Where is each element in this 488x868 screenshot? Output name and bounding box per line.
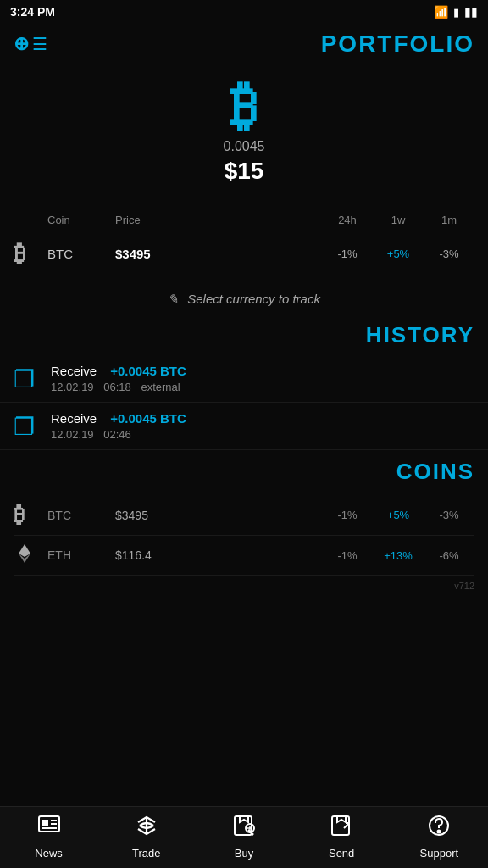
portfolio-usd-value: $15	[14, 158, 474, 185]
coins-btc-1m: -3%	[424, 509, 474, 521]
news-icon	[37, 814, 61, 843]
history-date-2: 12.02.19	[51, 428, 94, 441]
coins-btc-24h: -1%	[322, 509, 373, 521]
coins-btc-1w: +5%	[373, 509, 424, 521]
history-date-1: 12.02.19	[51, 381, 94, 393]
nav-send[interactable]: Send	[308, 814, 375, 860]
status-icons: 📶 ▮ ▮▮	[434, 5, 478, 19]
battery-icon: ▮▮	[464, 5, 478, 19]
send-icon	[330, 814, 353, 843]
header-left: ⊕ ☰	[14, 33, 47, 55]
history-amount-1: +0.0045 BTC	[110, 364, 186, 378]
btc-name: BTC	[47, 247, 115, 261]
history-content-2: Receive +0.0045 BTC 12.02.19 02:46	[51, 411, 186, 441]
nav-trade[interactable]: Trade	[113, 814, 180, 860]
pencil-icon: ✎	[168, 292, 179, 306]
coin-table-header: Coin Price 24h 1w 1m	[14, 210, 474, 230]
col-price-header: Price	[115, 214, 322, 226]
coins-section: COINS ₿ BTC $3495 -1% +5% -3% ETH $116.4…	[0, 450, 488, 579]
history-item-2[interactable]: ❐ Receive +0.0045 BTC 12.02.19 02:46	[0, 403, 488, 450]
buy-icon	[232, 814, 256, 843]
support-icon	[427, 814, 451, 843]
history-time-1: 06:18	[103, 381, 131, 393]
nav-buy[interactable]: Buy	[210, 814, 278, 860]
nav-news[interactable]: News	[15, 814, 83, 860]
version-tag: v712	[0, 579, 488, 593]
btc-24h: -1%	[322, 248, 373, 260]
col-1w-header: 1w	[373, 214, 424, 226]
bottom-nav: News Trade Buy	[0, 806, 488, 868]
coins-eth-icon	[14, 542, 47, 568]
receive-icon-1: ❐	[14, 365, 39, 393]
nav-news-label: News	[35, 847, 63, 860]
btc-1m: -3%	[424, 248, 474, 260]
history-section: HISTORY ❐ Receive +0.0045 BTC 12.02.19 0…	[0, 314, 488, 450]
coins-list: ₿ BTC $3495 -1% +5% -3% ETH $116.4 -1% +…	[0, 492, 488, 579]
sim-icon: ▮	[453, 6, 459, 19]
portfolio-title: PORTFOLIO	[321, 31, 474, 58]
nav-support-label: Support	[420, 847, 459, 860]
wifi-icon: 📶	[434, 5, 448, 19]
coins-eth-name: ETH	[47, 548, 115, 562]
coins-eth-1w: +13%	[373, 549, 424, 562]
coins-btc-icon: ₿	[14, 502, 47, 528]
nav-buy-label: Buy	[235, 847, 253, 860]
history-meta-1: 12.02.19 06:18 external	[51, 381, 186, 393]
coins-btc-name: BTC	[47, 509, 115, 522]
col-icon-header	[14, 214, 47, 226]
coins-row-eth[interactable]: ETH $116.4 -1% +13% -6%	[14, 536, 474, 576]
coins-btc-price: $3495	[115, 509, 322, 522]
btc-symbol-large: ₿	[14, 76, 474, 136]
coins-title: COINS	[0, 450, 488, 492]
history-label-2: Receive	[51, 411, 97, 426]
select-currency-text: Select currency to track	[187, 292, 320, 306]
portfolio-section: ₿ 0.0045 $15	[0, 68, 488, 202]
coin-table-row-btc[interactable]: ₿ BTC $3495 -1% +5% -3%	[14, 235, 474, 273]
trade-icon	[135, 814, 158, 843]
history-content-1: Receive +0.0045 BTC 12.02.19 06:18 exter…	[51, 364, 186, 393]
btc-icon: ₿	[14, 240, 47, 268]
nav-send-label: Send	[329, 847, 354, 860]
coin-table: Coin Price 24h 1w 1m ₿ BTC $3495 -1% +5%…	[0, 202, 488, 281]
history-label-1: Receive	[51, 364, 97, 378]
svg-marker-0	[19, 544, 30, 557]
btc-price: $3495	[115, 247, 322, 261]
coins-eth-24h: -1%	[322, 549, 373, 562]
svg-rect-3	[42, 820, 48, 826]
status-time: 3:24 PM	[10, 5, 55, 19]
history-amount-2: +0.0045 BTC	[110, 411, 186, 426]
nav-support[interactable]: Support	[405, 814, 473, 860]
add-icon[interactable]: ⊕	[14, 33, 29, 55]
col-24h-header: 24h	[322, 214, 373, 226]
history-time-2: 02:46	[103, 428, 131, 441]
nav-trade-label: Trade	[132, 847, 160, 860]
history-meta-2: 12.02.19 02:46	[51, 428, 186, 441]
header: ⊕ ☰ PORTFOLIO	[0, 24, 488, 68]
list-icon[interactable]: ☰	[32, 34, 47, 54]
history-item-1[interactable]: ❐ Receive +0.0045 BTC 12.02.19 06:18 ext…	[0, 355, 488, 403]
svg-point-16	[438, 831, 441, 833]
coins-eth-1m: -6%	[424, 549, 474, 562]
select-currency[interactable]: ✎ Select currency to track	[0, 281, 488, 314]
portfolio-btc-amount: 0.0045	[14, 139, 474, 154]
history-source-1: external	[141, 381, 180, 393]
btc-1w: +5%	[373, 248, 424, 260]
history-title: HISTORY	[0, 314, 488, 355]
col-1m-header: 1m	[424, 214, 474, 226]
receive-icon-2: ❐	[14, 413, 39, 441]
status-bar: 3:24 PM 📶 ▮ ▮▮	[0, 0, 488, 24]
coins-eth-price: $116.4	[115, 548, 322, 562]
col-coin-header: Coin	[47, 214, 115, 226]
coins-row-btc[interactable]: ₿ BTC $3495 -1% +5% -3%	[14, 495, 474, 536]
